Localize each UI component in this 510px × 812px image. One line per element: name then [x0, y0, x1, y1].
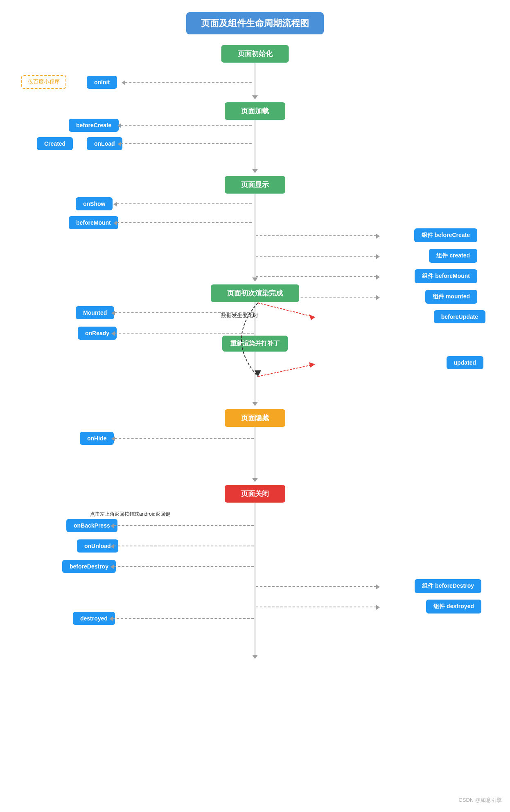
event-onInit: onInit	[87, 76, 117, 89]
dash-onLoad	[121, 143, 252, 144]
comp-mounted: 组件 mounted	[425, 290, 477, 304]
event-beforeDestroy: beforeDestroy	[62, 560, 116, 573]
dash-destroyed	[113, 618, 254, 619]
event-beforeMount: beforeMount	[69, 216, 118, 229]
stage-hide: 页面隐藏	[225, 409, 285, 427]
vline-show-firstrender	[255, 192, 255, 278]
stage-close: 页面关闭	[225, 485, 285, 503]
event-onHide: onHide	[80, 432, 114, 445]
comp-destroyed: 组件 destroyed	[426, 600, 481, 614]
dash-onInit	[125, 82, 252, 83]
dash-comp-beforeCreate	[256, 235, 377, 236]
diagram-container: 页面及组件生命周期流程图 页面初始化 仅百度小程序 onInit 页面加载 be…	[0, 0, 510, 812]
comp-beforeMount: 组件 beforeMount	[415, 269, 477, 283]
loop-arrows-svg	[201, 299, 344, 381]
back-annotation: 点击左上角返回按钮或android返回键	[90, 511, 170, 518]
event-onLoad: onLoad	[87, 137, 122, 150]
dash-beforeDestroy	[114, 566, 254, 567]
comp-created: 组件 created	[429, 249, 477, 263]
event-created-label: Created	[37, 137, 73, 150]
comp-beforeDestroy: 组件 beforeDestroy	[415, 579, 481, 593]
dash-comp-beforeMount	[256, 276, 377, 277]
baidu-only-label: 仅百度小程序	[21, 75, 66, 89]
vline-load-show	[255, 119, 255, 170]
comp-beforeUpdate: beforeUpdate	[434, 310, 485, 323]
vline-close-end	[255, 500, 255, 656]
dash-comp-created	[256, 256, 377, 257]
dash-beforeMount	[117, 222, 252, 223]
dash-onShow	[117, 203, 252, 204]
dash-onHide	[115, 438, 254, 439]
diagram-title: 页面及组件生命周期流程图	[186, 12, 324, 34]
watermark: CSDN @如意引擎	[458, 796, 502, 804]
stage-show: 页面显示	[225, 176, 285, 194]
comp-beforeCreate: 组件 beforeCreate	[414, 228, 477, 242]
comp-updated: updated	[447, 356, 483, 369]
event-beforeCreate: beforeCreate	[69, 119, 119, 132]
event-onShow: onShow	[76, 197, 113, 210]
stage-load: 页面加载	[225, 102, 285, 120]
dash-onUnload	[114, 546, 254, 546]
dash-comp-beforeDestroy	[256, 586, 377, 587]
svg-line-2	[258, 364, 315, 377]
svg-marker-1	[309, 314, 315, 320]
dash-comp-destroyed	[256, 607, 377, 607]
svg-marker-3	[309, 362, 315, 368]
vline-init-load	[255, 63, 255, 96]
vline-hide-close	[255, 425, 255, 479]
event-Mounted: Mounted	[76, 306, 114, 319]
event-onReady: onReady	[78, 327, 117, 340]
event-onBackPress: onBackPress	[66, 519, 117, 532]
event-destroyed: destroyed	[73, 612, 115, 625]
stage-init: 页面初始化	[221, 45, 289, 63]
dash-onBackPress	[114, 525, 254, 526]
dash-beforeCreate	[121, 125, 252, 126]
svg-line-0	[258, 303, 315, 317]
